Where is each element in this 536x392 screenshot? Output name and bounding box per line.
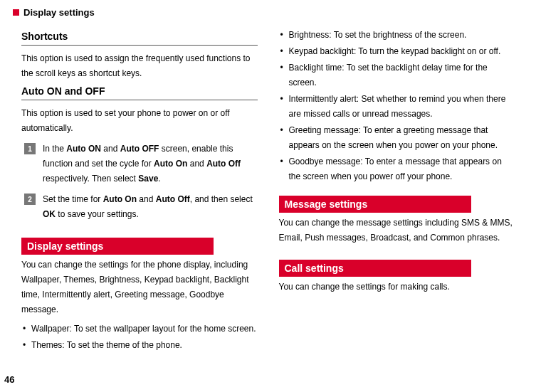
page-number: 46 — [4, 374, 14, 385]
header-square-icon — [13, 9, 19, 16]
bullet-text: Wallpaper: To set the wallpaper layout f… — [31, 322, 258, 337]
bullet-text: Keypad backlight: To turn the keypad bac… — [289, 44, 515, 59]
text-run: Set the time for — [43, 194, 103, 204]
step-badge-2: 2 — [24, 194, 36, 205]
bullet-dot-icon: • — [21, 338, 31, 353]
bullet-item: • Backlight time: To set the backlight d… — [279, 60, 515, 90]
bold-run: Auto Off — [156, 194, 190, 204]
bold-run: Save — [138, 174, 158, 184]
bullet-item: • Brightness: To set the brightness of t… — [279, 28, 515, 43]
bullet-dot-icon: • — [279, 154, 289, 169]
call-settings-paragraph: You can change the settings for making c… — [279, 280, 515, 295]
shortcuts-heading: Shortcuts — [21, 31, 258, 46]
message-settings-bar: Message settings — [279, 196, 471, 213]
bold-run: Auto Off — [206, 159, 241, 169]
step-1-text: In the Auto ON and Auto OFF screen, enab… — [43, 142, 258, 186]
text-run: and — [101, 144, 120, 154]
bullet-dot-icon: • — [279, 44, 289, 59]
bullet-item: • Goodbye message: To enter a message th… — [279, 154, 515, 184]
text-run: and — [187, 159, 206, 169]
bullet-dot-icon: • — [279, 60, 289, 75]
bullet-item: • Greeting message: To enter a greeting … — [279, 123, 515, 153]
bold-run: Auto On — [103, 194, 137, 204]
bullet-text: Intermittently alert: Set whether to rem… — [289, 92, 515, 122]
bullet-text: Brightness: To set the brightness of the… — [289, 28, 515, 43]
shortcuts-paragraph: This option is used to assign the freque… — [21, 51, 258, 81]
bullet-item: • Wallpaper: To set the wallpaper layout… — [21, 322, 258, 337]
bullet-item: • Themes: To set the theme of the phone. — [21, 338, 258, 353]
auto-on-off-paragraph: This option is used to set your phone to… — [21, 106, 258, 136]
text-run: respectively. Then select — [43, 174, 138, 184]
bullet-text: Backlight time: To set the backlight del… — [289, 60, 515, 90]
bullet-dot-icon: • — [279, 123, 289, 138]
bullet-item: • Intermittently alert: Set whether to r… — [279, 92, 515, 122]
bullet-text: Themes: To set the theme of the phone. — [31, 338, 258, 353]
display-settings-paragraph: You can change the settings for the phon… — [21, 258, 258, 317]
call-settings-bar: Call settings — [279, 260, 471, 277]
text-run: and — [137, 194, 156, 204]
bullet-dot-icon: • — [279, 28, 289, 43]
step-badge-1: 1 — [24, 143, 36, 154]
bold-run: Auto ON — [66, 144, 101, 154]
bullet-dot-icon: • — [21, 322, 31, 337]
bullet-dot-icon: • — [279, 92, 289, 107]
text-run: . — [158, 174, 160, 184]
auto-on-off-heading: Auto ON and OFF — [21, 85, 258, 100]
bullet-text: Greeting message: To enter a greeting me… — [289, 123, 515, 153]
header-title: Display settings — [23, 7, 95, 18]
bullet-text: Goodbye message: To enter a message that… — [289, 154, 515, 184]
text-run: In the — [43, 144, 66, 154]
right-column: • Brightness: To set the brightness of t… — [279, 26, 515, 354]
bold-run: Auto On — [154, 159, 187, 169]
bold-run: OK — [43, 209, 56, 219]
text-run: to save your settings. — [56, 209, 139, 219]
step-1: 1 In the Auto ON and Auto OFF screen, en… — [21, 142, 258, 186]
text-run: , and then select — [190, 194, 253, 204]
step-2-text: Set the time for Auto On and Auto Off, a… — [43, 192, 258, 222]
page-header: Display settings — [13, 7, 515, 18]
step-2: 2 Set the time for Auto On and Auto Off,… — [21, 192, 258, 222]
display-settings-bar: Display settings — [21, 238, 214, 255]
left-column: Shortcuts This option is used to assign … — [21, 26, 258, 354]
bold-run: Auto OFF — [120, 144, 159, 154]
message-settings-paragraph: You can change the message settings incl… — [279, 216, 515, 245]
columns: Shortcuts This option is used to assign … — [21, 26, 515, 354]
bullet-item: • Keypad backlight: To turn the keypad b… — [279, 44, 515, 59]
